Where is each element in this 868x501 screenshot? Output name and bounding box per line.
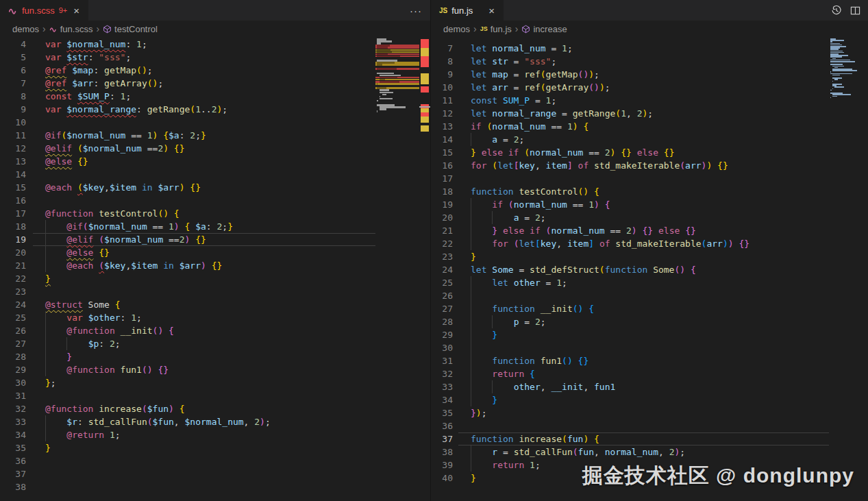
line-number[interactable]: 12 bbox=[0, 142, 33, 155]
code-line[interactable]: @elif ($normal_num ==2) {} bbox=[33, 233, 375, 246]
history-icon[interactable] bbox=[831, 5, 842, 16]
line-number[interactable]: 26 bbox=[0, 324, 33, 337]
code-line[interactable] bbox=[33, 454, 375, 467]
code-line[interactable]: r = std_callFun(fun, normal_num, 2); bbox=[458, 445, 829, 459]
line-number[interactable]: 37 bbox=[0, 467, 33, 480]
code-line[interactable]: @function testControl() { bbox=[33, 207, 375, 220]
line-number[interactable]: 17 bbox=[431, 172, 458, 185]
line-number[interactable]: 28 bbox=[0, 350, 33, 363]
code-line[interactable]: } bbox=[458, 472, 829, 485]
line-number[interactable]: 25 bbox=[431, 276, 458, 289]
line-number[interactable]: 9 bbox=[0, 103, 33, 116]
line-number[interactable]: 8 bbox=[431, 55, 458, 68]
line-number[interactable]: 23 bbox=[431, 250, 458, 263]
line-number[interactable]: 39 bbox=[431, 459, 458, 472]
line-number[interactable]: 23 bbox=[0, 285, 33, 298]
code-line[interactable]: let map = ref(getMap()); bbox=[458, 68, 829, 81]
line-number[interactable]: 15 bbox=[0, 181, 33, 194]
code-line[interactable]: var $normal_range: getRange(1..2); bbox=[33, 103, 375, 116]
line-number[interactable]: 28 bbox=[431, 315, 458, 328]
code-line[interactable]: p = 2; bbox=[458, 315, 829, 328]
line-number[interactable]: 13 bbox=[431, 120, 458, 133]
line-number[interactable]: 11 bbox=[431, 94, 458, 107]
line-number[interactable]: 33 bbox=[431, 380, 458, 393]
line-number[interactable]: 31 bbox=[0, 389, 33, 402]
code-line[interactable]: let normal_range = getRange(1, 2); bbox=[458, 107, 829, 120]
breadcrumb-item-demos[interactable]: demos bbox=[12, 24, 39, 34]
code-line[interactable]: let normal_num = 1; bbox=[458, 42, 829, 55]
tab-fun-scss[interactable]: fun.scss 9+ × bbox=[0, 0, 88, 21]
line-number[interactable]: 21 bbox=[0, 259, 33, 272]
line-number[interactable]: 35 bbox=[0, 441, 33, 454]
breadcrumb-item-symbol[interactable]: testControl bbox=[103, 24, 158, 34]
line-number[interactable]: 15 bbox=[431, 146, 458, 159]
line-number[interactable]: 13 bbox=[0, 155, 33, 168]
line-number[interactable]: 25 bbox=[0, 311, 33, 324]
code-line[interactable]: let other = 1; bbox=[458, 276, 829, 289]
line-number[interactable]: 27 bbox=[431, 302, 458, 315]
line-number[interactable]: 32 bbox=[431, 367, 458, 380]
line-number[interactable]: 29 bbox=[0, 363, 33, 376]
code-line[interactable]: const SUM_P = 1; bbox=[458, 94, 829, 107]
line-number[interactable]: 7 bbox=[431, 42, 458, 55]
code-line[interactable]: $r: std_callFun($fun, $normal_num, 2); bbox=[33, 415, 375, 428]
line-number[interactable]: 24 bbox=[0, 298, 33, 311]
code-line[interactable]: if (normal_num == 1) { bbox=[458, 198, 829, 211]
code-line[interactable] bbox=[458, 289, 829, 302]
code-line[interactable]: for (let[key, item] of std_makeIterable(… bbox=[458, 159, 829, 172]
line-number[interactable]: 12 bbox=[431, 107, 458, 120]
breadcrumb-item-demos[interactable]: demos bbox=[443, 24, 470, 34]
breadcrumb-item-file[interactable]: fun.scss bbox=[49, 24, 93, 34]
code-line[interactable]: @if($normal_num == 1) {$a: 2;} bbox=[33, 129, 375, 142]
code-line[interactable]: @each ($key,$item in $arr) {} bbox=[33, 181, 375, 194]
code-line[interactable]: return 1; bbox=[458, 459, 829, 472]
line-number[interactable]: 22 bbox=[431, 237, 458, 250]
code-line[interactable]: @function increase($fun) { bbox=[33, 402, 375, 415]
line-number[interactable]: 36 bbox=[0, 454, 33, 467]
line-number[interactable]: 14 bbox=[0, 168, 33, 181]
editor-left[interactable]: 4567891011121314151617181920212223242526… bbox=[0, 37, 430, 501]
code-content-right[interactable]: let normal_num = 1;let str = "sss";let m… bbox=[458, 37, 829, 485]
code-line[interactable]: }); bbox=[458, 406, 829, 419]
line-number[interactable]: 9 bbox=[431, 68, 458, 81]
code-line[interactable]: const $SUM_P: 1; bbox=[33, 90, 375, 103]
code-line[interactable]: function fun1() {} bbox=[458, 354, 829, 367]
code-line[interactable]: let Some = std_defStruct(function Some()… bbox=[458, 263, 829, 276]
code-line[interactable] bbox=[33, 389, 375, 402]
line-number[interactable]: 4 bbox=[0, 38, 33, 51]
code-line[interactable]: other, __init, fun1 bbox=[458, 380, 829, 393]
overview-ruler-right[interactable] bbox=[862, 37, 868, 501]
more-actions-icon[interactable]: ··· bbox=[410, 5, 422, 16]
line-number[interactable]: 27 bbox=[0, 337, 33, 350]
line-number[interactable]: 38 bbox=[431, 445, 458, 459]
line-number[interactable]: 19 bbox=[431, 198, 458, 211]
code-line[interactable]: return { bbox=[458, 367, 829, 380]
code-line[interactable]: var $str: "sss"; bbox=[33, 51, 375, 64]
code-line[interactable]: @else {} bbox=[33, 155, 375, 168]
code-line[interactable] bbox=[33, 168, 375, 181]
code-content-left[interactable]: var $normal_num: 1;var $str: "sss";@ref … bbox=[33, 37, 375, 493]
line-number[interactable]: 21 bbox=[431, 224, 458, 237]
code-line[interactable]: } else if (normal_num == 2) {} else {} bbox=[458, 146, 829, 159]
line-number[interactable]: 20 bbox=[431, 211, 458, 224]
line-number[interactable]: 5 bbox=[0, 51, 33, 64]
code-line[interactable]: var $normal_num: 1; bbox=[33, 38, 375, 51]
code-line[interactable]: var $other: 1; bbox=[33, 311, 375, 324]
line-number[interactable]: 24 bbox=[431, 263, 458, 276]
code-line[interactable]: } bbox=[33, 350, 375, 363]
line-number[interactable]: 33 bbox=[0, 415, 33, 428]
code-line[interactable]: }; bbox=[33, 376, 375, 389]
tab-fun-js[interactable]: JS fun.js × bbox=[431, 0, 504, 21]
code-line[interactable] bbox=[458, 419, 829, 432]
code-line[interactable]: for (let[key, item] of std_makeIterable(… bbox=[458, 237, 829, 250]
line-number[interactable]: 35 bbox=[431, 406, 458, 419]
editor-right[interactable]: 7891011121314151617181920212223242526272… bbox=[431, 37, 868, 501]
code-line[interactable]: } bbox=[458, 393, 829, 406]
line-number[interactable]: 34 bbox=[0, 428, 33, 441]
code-line[interactable]: } else if (normal_num == 2) {} else {} bbox=[458, 224, 829, 237]
code-line[interactable]: @return 1; bbox=[33, 428, 375, 441]
code-line[interactable]: @ref $arr: getArray(); bbox=[33, 77, 375, 90]
code-line[interactable]: let arr = ref(getArray()); bbox=[458, 81, 829, 94]
line-number[interactable]: 32 bbox=[0, 402, 33, 415]
line-number[interactable]: 19 bbox=[0, 233, 33, 246]
